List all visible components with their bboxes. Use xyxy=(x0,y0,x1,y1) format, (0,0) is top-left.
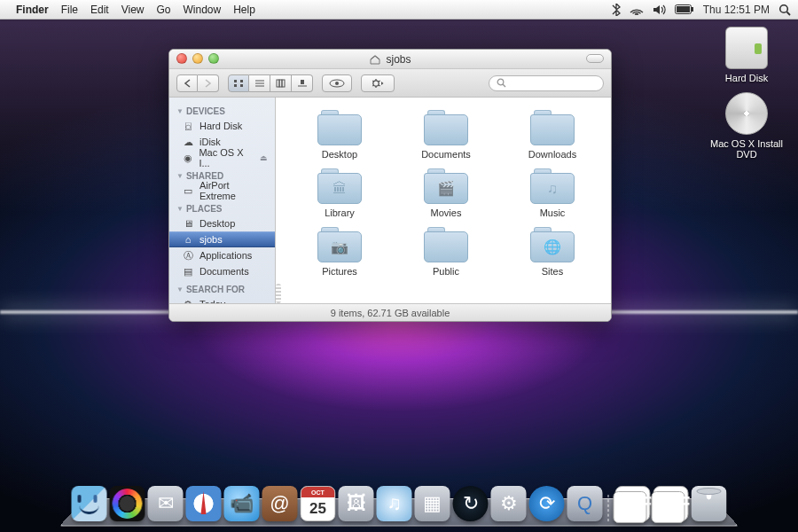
dock-itunes[interactable]: ♫ xyxy=(377,486,412,521)
toolbar-pill[interactable] xyxy=(586,54,604,63)
folder-library[interactable]: 🏛Library xyxy=(288,168,391,218)
smart-icon: ⚙ xyxy=(182,299,194,304)
menu-window[interactable]: Window xyxy=(184,4,222,16)
menu-help[interactable]: Help xyxy=(233,4,255,16)
sidebar-item-places-applications[interactable]: ⒶApplications xyxy=(169,247,275,263)
bluetooth-icon[interactable] xyxy=(612,4,621,16)
action-button[interactable] xyxy=(361,74,395,92)
searchfor-header[interactable]: ▼SEARCH FOR xyxy=(169,279,275,296)
folder-label: Downloads xyxy=(528,149,576,160)
dock-sync[interactable]: ⟳ xyxy=(529,486,565,521)
folder-movies[interactable]: 🎬Movies xyxy=(395,168,497,218)
menu-edit[interactable]: Edit xyxy=(90,4,109,16)
sidebar-item-devices-mac-os-x-i-[interactable]: ◉Mac OS X I...⏏ xyxy=(169,150,275,166)
svg-line-22 xyxy=(503,84,505,87)
devices-header[interactable]: ▼DEVICES xyxy=(169,101,275,118)
sidebar-item-label: sjobs xyxy=(200,234,223,245)
svg-rect-8 xyxy=(234,84,237,87)
svg-rect-9 xyxy=(240,84,243,87)
nav-buttons xyxy=(176,74,219,92)
desktop-hard-disk[interactable]: Hard Disk xyxy=(704,27,789,83)
dock-documents-stack[interactable]: PDF xyxy=(653,486,689,521)
dock-systempreferences[interactable]: ⚙ xyxy=(491,486,527,521)
view-icons-button[interactable] xyxy=(228,74,249,92)
sidebar-item-label: Today xyxy=(200,299,225,303)
dock-downloads-stack[interactable]: PDF xyxy=(615,486,651,521)
home-icon xyxy=(369,54,381,65)
docs-icon: ▤ xyxy=(182,266,194,278)
sidebar-item-places-sjobs[interactable]: ⌂sjobs xyxy=(169,231,275,247)
folder-desktop[interactable]: Desktop xyxy=(288,110,391,160)
view-columns-button[interactable] xyxy=(270,74,292,92)
sidebar-item-devices-hard-disk[interactable]: ⌼Hard Disk xyxy=(169,118,275,134)
svg-rect-3 xyxy=(692,7,693,12)
folder-downloads[interactable]: Downloads xyxy=(501,110,604,160)
folder-documents[interactable]: Documents xyxy=(395,110,497,160)
dock-preview[interactable]: 🖼 xyxy=(339,486,374,521)
sidebar: ▼DEVICES⌼Hard Disk☁iDisk◉Mac OS X I...⏏▼… xyxy=(169,98,276,303)
dock-ichat[interactable]: 📹 xyxy=(224,486,260,521)
dock-divider xyxy=(608,486,610,521)
minimize-button[interactable] xyxy=(192,53,203,64)
folder-public[interactable]: Public xyxy=(395,227,497,277)
volume-icon[interactable] xyxy=(653,4,666,15)
folder-music[interactable]: ♫Music xyxy=(501,168,604,218)
sidebar-item-places-desktop[interactable]: 🖥Desktop xyxy=(169,215,275,231)
dock-dashboard[interactable] xyxy=(110,486,145,521)
forward-button[interactable] xyxy=(198,74,219,92)
view-coverflow-button[interactable] xyxy=(292,74,313,92)
sidebar-item-label: AirPort Extreme xyxy=(200,180,268,201)
home-icon: ⌂ xyxy=(182,234,194,245)
folder-icon: 🏛 xyxy=(317,168,362,204)
folder-label: Music xyxy=(540,207,566,218)
sidebar-resizer[interactable] xyxy=(276,98,281,303)
svg-line-5 xyxy=(787,12,791,15)
back-button[interactable] xyxy=(176,74,198,92)
app-menu[interactable]: Finder xyxy=(16,4,49,16)
spotlight-icon[interactable] xyxy=(778,4,791,16)
status-text: 9 items, 62.71 GB available xyxy=(331,308,450,318)
dock-finder[interactable] xyxy=(72,486,107,521)
dock-trash[interactable] xyxy=(692,486,727,521)
folder-label: Desktop xyxy=(322,149,357,160)
disclose-icon: ▼ xyxy=(176,286,184,293)
sidebar-item-searchfor-today[interactable]: ⚙Today xyxy=(169,296,275,303)
battery-icon[interactable] xyxy=(675,4,694,14)
folder-label: Sites xyxy=(542,266,563,277)
net-icon: ▭ xyxy=(182,185,194,197)
folder-sites[interactable]: 🌐Sites xyxy=(501,227,604,277)
sidebar-item-shared-airport-extreme[interactable]: ▭AirPort Extreme xyxy=(169,183,275,199)
dock-quicktime[interactable]: Q xyxy=(567,486,603,521)
desktop-install-dvd[interactable]: Mac OS X Install DVD xyxy=(704,92,789,160)
zoom-button[interactable] xyxy=(208,53,219,64)
folder-pictures[interactable]: 📷Pictures xyxy=(288,227,391,277)
dock-addressbook[interactable]: @ xyxy=(262,486,298,521)
clock[interactable]: Thu 12:51 PM xyxy=(703,4,770,16)
titlebar[interactable]: sjobs xyxy=(169,50,611,69)
window-title: sjobs xyxy=(386,53,411,66)
dvd-icon: ◉ xyxy=(182,153,193,164)
dock-mail[interactable]: ✉︎ xyxy=(148,486,184,521)
eject-icon[interactable]: ⏏ xyxy=(260,153,268,162)
dock-ical[interactable]: OCT25 xyxy=(301,486,336,521)
menu-file[interactable]: File xyxy=(61,4,78,16)
sidebar-item-label: Mac OS X I... xyxy=(199,147,254,168)
folder-label: Public xyxy=(433,266,459,277)
svg-point-4 xyxy=(780,4,788,12)
dock-timemachine[interactable]: ↻ xyxy=(453,486,489,521)
close-button[interactable] xyxy=(176,53,187,64)
quicklook-button[interactable] xyxy=(322,74,352,92)
search-field[interactable] xyxy=(489,75,604,91)
menu-go[interactable]: Go xyxy=(157,4,171,16)
folder-icon: 🎬 xyxy=(424,168,468,204)
search-icon xyxy=(497,78,506,88)
dock-spaces[interactable]: ▦ xyxy=(415,486,450,521)
airport-icon[interactable] xyxy=(630,4,644,15)
sidebar-item-places-documents[interactable]: ▤Documents xyxy=(169,263,275,279)
menu-view[interactable]: View xyxy=(121,4,145,16)
view-list-button[interactable] xyxy=(249,74,270,92)
dock-safari[interactable] xyxy=(186,486,222,521)
folder-label: Library xyxy=(325,207,355,218)
action-seg xyxy=(361,74,395,92)
svg-rect-16 xyxy=(301,80,304,84)
